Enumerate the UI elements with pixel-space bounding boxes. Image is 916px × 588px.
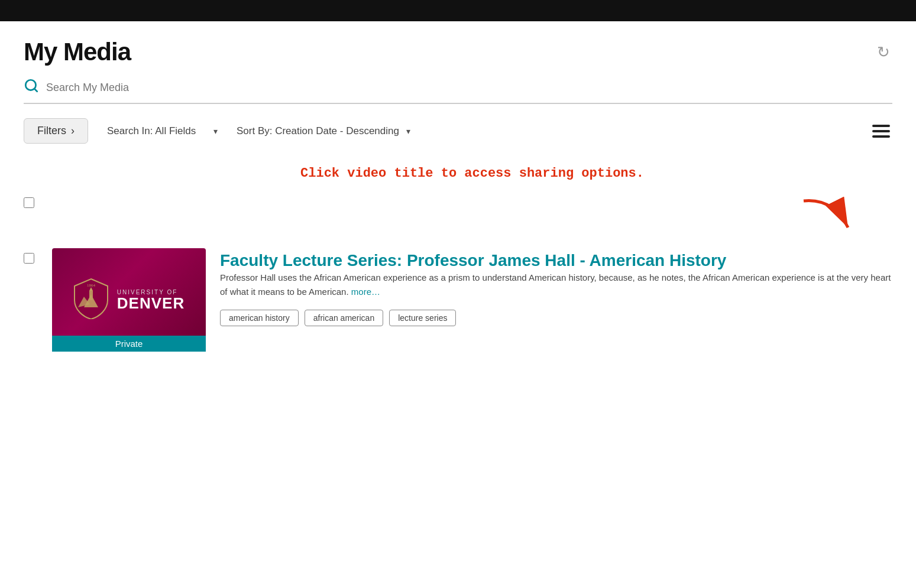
empty-row: Click video title to access sharing opti… bbox=[24, 166, 892, 236]
tag-lecture-series[interactable]: lecture series bbox=[389, 310, 456, 326]
hamburger-line-1 bbox=[872, 125, 890, 127]
search-bar bbox=[24, 78, 892, 104]
sort-by-wrapper: Sort By: Creation Date - Descending Sort… bbox=[237, 125, 410, 137]
media-item-row: 1864 UNIVERSITY of DENVER Private Facult… bbox=[24, 248, 892, 352]
refresh-button[interactable]: ↻ bbox=[875, 41, 892, 64]
sort-by-select[interactable]: Sort By: Creation Date - Descending Sort… bbox=[237, 125, 411, 137]
tag-american-history[interactable]: american history bbox=[220, 310, 299, 326]
refresh-icon: ↻ bbox=[877, 43, 890, 61]
checkbox-col-item bbox=[24, 248, 38, 266]
top-bar bbox=[0, 0, 916, 21]
media-list: Click video title to access sharing opti… bbox=[24, 160, 892, 352]
svg-rect-5 bbox=[89, 291, 93, 300]
search-in-select[interactable]: Search In: All Fields Search In: Title S… bbox=[107, 125, 218, 137]
hamburger-line-2 bbox=[872, 130, 890, 132]
checkbox-col-top bbox=[24, 193, 38, 210]
view-toggle-button[interactable] bbox=[870, 122, 892, 140]
header-row: My Media ↻ bbox=[24, 21, 892, 78]
search-input[interactable] bbox=[46, 82, 892, 94]
filters-toolbar: Filters › Search In: All Fields Search I… bbox=[24, 118, 892, 144]
more-link[interactable]: more… bbox=[351, 287, 380, 297]
tooltip-text: Click video title to access sharing opti… bbox=[300, 166, 644, 181]
university-text: UNIVERSITY of DENVER bbox=[117, 289, 185, 311]
item-checkbox[interactable] bbox=[24, 253, 34, 264]
hamburger-line-3 bbox=[872, 135, 890, 138]
arrow-container bbox=[52, 195, 892, 236]
media-info: Faculty Lecture Series: Professor James … bbox=[220, 248, 892, 326]
filters-button[interactable]: Filters › bbox=[24, 118, 88, 144]
university-shield: 1864 bbox=[73, 278, 109, 319]
svg-text:1864: 1864 bbox=[87, 283, 96, 288]
search-icon bbox=[24, 78, 39, 97]
filters-chevron-icon: › bbox=[71, 125, 75, 137]
filters-label: Filters bbox=[37, 125, 66, 137]
thumbnail-wrap: 1864 UNIVERSITY of DENVER Private bbox=[52, 248, 206, 352]
media-title-link[interactable]: Faculty Lecture Series: Professor James … bbox=[220, 251, 726, 269]
search-in-wrapper: Search In: All Fields Search In: Title S… bbox=[107, 125, 218, 137]
media-description: Professor Hall uses the African American… bbox=[220, 271, 892, 299]
page-title: My Media bbox=[24, 38, 131, 66]
tooltip-area: Click video title to access sharing opti… bbox=[52, 166, 892, 236]
arrow-icon bbox=[798, 195, 857, 236]
svg-line-1 bbox=[34, 89, 37, 92]
select-all-checkbox[interactable] bbox=[24, 197, 34, 208]
visibility-badge: Private bbox=[52, 336, 206, 352]
tags-row: american history african american lectur… bbox=[220, 310, 892, 326]
tag-african-american[interactable]: african american bbox=[305, 310, 384, 326]
